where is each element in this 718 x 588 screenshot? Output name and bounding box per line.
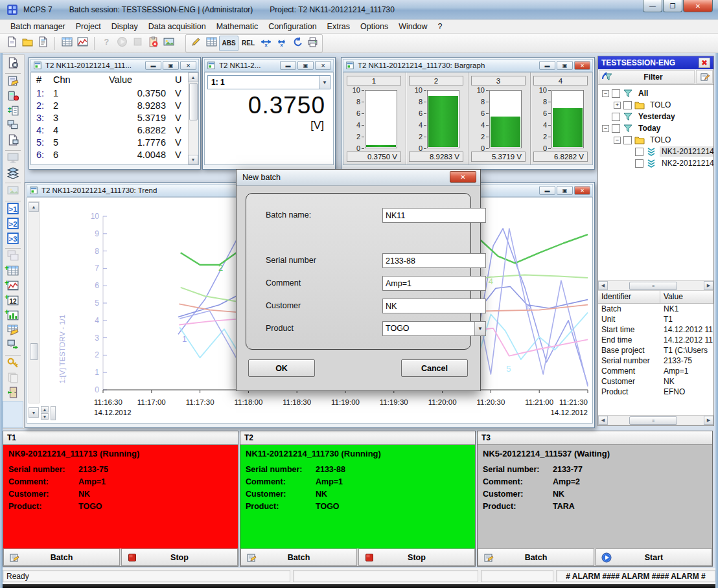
collapse-icon[interactable]: −	[614, 137, 621, 144]
undo-zoom-button[interactable]	[289, 36, 305, 51]
tree-item-yesterday[interactable]: Yesterday	[598, 111, 713, 122]
tree-item-today[interactable]: −Today	[598, 122, 713, 134]
chevron-down-icon[interactable]: ▼	[319, 76, 330, 89]
checkbox[interactable]	[623, 101, 632, 109]
digital-titlebar[interactable]: T2 NK11-2... ▬ ▣ ✕	[204, 59, 334, 72]
checkbox[interactable]	[612, 113, 620, 121]
restore-button[interactable]: ▣	[557, 61, 573, 70]
key-protection-button[interactable]	[4, 357, 22, 372]
menu-batch-manager[interactable]: Batch manager	[5, 20, 71, 33]
bargraph-titlebar[interactable]: T2 NK11-20121214_111730: Bargraph ▬ ▣ ✕	[343, 59, 593, 72]
exit-project-button[interactable]	[4, 386, 22, 401]
restore-button[interactable]: ▣	[297, 61, 314, 70]
protocol-button[interactable]	[35, 36, 51, 51]
trend-window-button[interactable]	[75, 36, 90, 51]
menu-extras[interactable]: Extras	[322, 20, 355, 33]
menu-window[interactable]: Window	[393, 20, 432, 33]
edit-cursor-button[interactable]	[188, 36, 203, 51]
scroll-thumb[interactable]: ≡	[629, 282, 677, 290]
collapse-icon[interactable]: −	[602, 90, 609, 97]
add-bargraph-view-button[interactable]: +	[4, 309, 22, 324]
dialog-titlebar[interactable]: New batch	[237, 170, 480, 186]
filter-button[interactable]: Filter	[599, 70, 695, 84]
abort-button[interactable]	[145, 36, 161, 51]
menu-display[interactable]: Display	[106, 20, 143, 33]
minimize-button[interactable]: ▬	[280, 61, 296, 70]
tree-item-nk1-20121214[interactable]: NK1-20121214	[598, 146, 713, 157]
close-button[interactable]: ✕	[180, 61, 196, 70]
channel-assign-button[interactable]	[4, 104, 22, 119]
abs-button[interactable]: ABS	[219, 36, 238, 51]
minimize-button[interactable]: ▬	[145, 61, 161, 70]
minimize-button[interactable]: —	[643, 0, 662, 12]
copy-pages-button[interactable]	[4, 371, 22, 386]
ok-button[interactable]: OK	[248, 359, 315, 377]
add-trend-view-button[interactable]: +	[4, 280, 22, 295]
checkbox[interactable]	[635, 159, 643, 168]
vertical-scrollbar[interactable]: ▲ ▼	[188, 73, 198, 164]
batch-button[interactable]: Batch	[3, 548, 120, 566]
menu-data-acquisition[interactable]: Data acquisition	[143, 20, 211, 33]
value-column-header[interactable]: Value	[660, 291, 713, 303]
checkbox[interactable]	[623, 136, 632, 144]
export-data-button[interactable]	[4, 339, 22, 354]
scroll-down-button[interactable]: ▼	[188, 155, 198, 164]
checkbox[interactable]	[635, 148, 643, 156]
chevron-down-icon[interactable]: ▼	[474, 322, 485, 335]
scroll-left-button[interactable]: ◀	[598, 416, 608, 425]
snapshot-button[interactable]	[161, 36, 176, 51]
start-acquisition-button[interactable]	[114, 36, 130, 51]
menu-mathematic[interactable]: Mathematic	[211, 20, 264, 33]
add-digital-view-button[interactable]: 12+	[4, 294, 22, 309]
unit-2-window-button[interactable]: >2	[4, 218, 22, 232]
close-button[interactable]: ✕	[574, 61, 590, 70]
batch-table-button[interactable]	[4, 324, 22, 339]
trend-vertical-scrollbar[interactable]: ▲	[29, 201, 40, 403]
tree-item-tolo[interactable]: −TOLO	[598, 134, 713, 146]
start-button[interactable]: Start	[596, 548, 712, 566]
collapse-icon[interactable]: −	[602, 125, 609, 132]
scroll-right-button[interactable]: ▶	[704, 416, 713, 425]
compress-x-button[interactable]: x	[273, 36, 289, 51]
stop-button[interactable]: Stop	[358, 548, 475, 566]
horizontal-scrollbar[interactable]: ◀ ≡ ▶	[598, 415, 713, 425]
network-computers-button[interactable]	[4, 119, 22, 134]
scroll-right-button[interactable]: ▶	[704, 281, 713, 290]
device-alarm-button[interactable]	[4, 90, 22, 105]
new-project-button[interactable]	[4, 36, 19, 51]
scroll-up-button[interactable]: ▲	[29, 202, 39, 212]
horizontal-scrollbar[interactable]: ◀ ≡ ▶	[598, 280, 713, 291]
restore-button[interactable]: ▣	[557, 186, 573, 195]
menu-configuration[interactable]: Configuration	[263, 20, 321, 33]
scroll-left-button[interactable]: ◀	[598, 281, 608, 290]
channel-list-titlebar[interactable]: T2 NK11-20121214_111... ▬ ▣ ✕	[30, 59, 199, 72]
print-button[interactable]	[305, 36, 320, 51]
batch-form-button[interactable]	[4, 75, 22, 90]
unit-1-window-button[interactable]: >1	[4, 203, 22, 218]
maximize-button[interactable]: ❐	[663, 0, 682, 12]
batch-name-input[interactable]	[382, 208, 486, 223]
close-button[interactable]: ✕	[315, 61, 331, 70]
scroll-thumb[interactable]	[30, 343, 38, 360]
batch-button[interactable]: Batch	[240, 548, 357, 566]
value-grid-button[interactable]	[203, 36, 219, 51]
scroll-thumb[interactable]	[189, 83, 198, 120]
trend-corner-button[interactable]: ▼	[29, 407, 39, 418]
batch-button[interactable]: Batch	[478, 548, 594, 566]
product-select[interactable]: TOGO ▼	[382, 321, 486, 336]
add-table-view-button[interactable]: +	[4, 265, 22, 280]
copy-settings-button[interactable]	[4, 134, 22, 149]
table-window-button[interactable]	[59, 36, 75, 51]
close-button[interactable]: ✕	[574, 186, 590, 195]
dialog-close-button[interactable]: ✕	[450, 171, 476, 183]
stop-button[interactable]: Stop	[121, 548, 238, 566]
close-icon[interactable]: ✖	[699, 58, 710, 68]
layer-stack-button[interactable]	[4, 166, 22, 181]
tree-item-nk2-20121214[interactable]: NK2-20121214	[598, 157, 713, 169]
rel-button[interactable]: REL	[238, 36, 258, 51]
help-button[interactable]: ?	[98, 36, 114, 51]
stop-acquisition-button[interactable]	[130, 36, 145, 51]
menu--[interactable]: ?	[433, 20, 448, 33]
menu-project[interactable]: Project	[71, 20, 106, 33]
cancel-button[interactable]: Cancel	[401, 359, 468, 377]
